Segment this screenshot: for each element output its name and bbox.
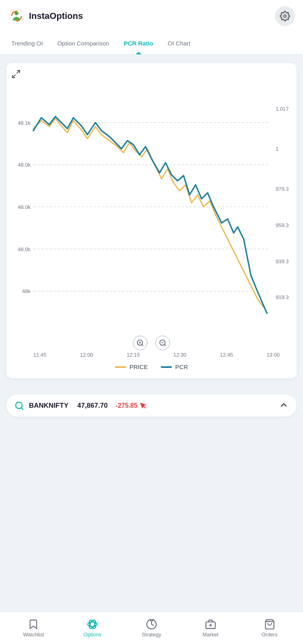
svg-line-31 (21, 407, 23, 409)
nav-item-market[interactable]: Market (181, 612, 240, 644)
x-label-1200: 12:00 (80, 352, 93, 358)
zoom-in-button[interactable] (133, 336, 147, 350)
expand-icon (11, 69, 21, 79)
x-label-1245: 12:45 (220, 352, 233, 358)
svg-line-6 (12, 75, 15, 78)
settings-icon (280, 11, 290, 21)
nav-item-strategy[interactable]: Strategy (122, 612, 181, 644)
ticker-price: 47,867.70 (77, 402, 108, 410)
ticker-change: -275.85 (116, 402, 147, 410)
options-icon (87, 619, 98, 630)
ticker-left: BANKNIFTY 47,867.70 -275.85 (14, 401, 147, 411)
nav-item-options[interactable]: Options (63, 612, 122, 644)
orders-icon (264, 619, 275, 630)
svg-text:48.0k: 48.0k (18, 162, 31, 168)
nav-options-label: Options (84, 632, 102, 638)
tab-trending-oi[interactable]: Trending OI (4, 32, 50, 55)
legend-pcr: PCR (161, 363, 188, 370)
logo-icon (8, 8, 25, 25)
logo-area: InstaOptions (8, 8, 83, 25)
x-label-1230: 12:30 (173, 352, 186, 358)
legend-price: PRICE (115, 363, 148, 370)
chart-wrapper: 48.1k 48.0k 48.0k 48.0k 48k 1.017 1 979.… (0, 55, 303, 386)
svg-line-24 (142, 345, 143, 346)
zoom-controls (11, 336, 292, 350)
x-label-1145: 11:45 (33, 352, 47, 358)
app-title: InstaOptions (29, 11, 83, 21)
chart-svg: 48.1k 48.0k 48.0k 48.0k 48k 1.017 1 979.… (11, 82, 292, 332)
nav-market-label: Market (203, 632, 219, 638)
ticker-search-icon (14, 401, 24, 411)
svg-text:48.0k: 48.0k (18, 204, 31, 210)
strategy-icon (146, 619, 157, 630)
ticker-bar[interactable]: BANKNIFTY 47,867.70 -275.85 (6, 394, 297, 417)
svg-text:979.3: 979.3 (276, 186, 289, 192)
x-axis: 11:45 12:00 12:15 12:30 12:45 13:00 (11, 352, 292, 358)
expand-button[interactable] (11, 69, 292, 79)
chart-area: 48.1k 48.0k 48.0k 48.0k 48k 1.017 1 979.… (11, 82, 292, 332)
zoom-out-icon (159, 339, 167, 347)
nav-item-orders[interactable]: Orders (240, 612, 299, 644)
chart-legend: PRICE PCR (11, 363, 292, 370)
nav-orders-label: Orders (262, 632, 278, 638)
svg-text:959.3: 959.3 (276, 222, 289, 228)
svg-text:48k: 48k (22, 288, 31, 294)
header: InstaOptions (0, 0, 303, 32)
zoom-in-icon (136, 339, 144, 347)
watchlist-icon (28, 619, 39, 630)
svg-text:48.1k: 48.1k (18, 120, 31, 126)
svg-line-5 (17, 70, 20, 73)
chevron-up-icon (279, 400, 289, 410)
svg-point-4 (284, 15, 287, 18)
legend-pcr-line (161, 366, 172, 368)
legend-price-line (115, 366, 126, 368)
svg-text:1: 1 (276, 146, 278, 152)
nav-tabs: Trending OI Option Comparison PCR Ratio … (0, 32, 303, 55)
nav-watchlist-label: Watchlist (23, 632, 44, 638)
nav-item-watchlist[interactable]: Watchlist (4, 612, 63, 644)
bottom-nav: Watchlist Options Strategy Market (0, 612, 303, 644)
svg-text:1.017: 1.017 (276, 106, 289, 112)
x-label-1300: 13:00 (266, 352, 280, 358)
market-icon (205, 619, 216, 630)
nav-strategy-label: Strategy (142, 632, 161, 638)
tab-option-comparison[interactable]: Option Comparison (50, 32, 117, 55)
svg-text:939.3: 939.3 (276, 258, 289, 264)
settings-button[interactable] (275, 6, 295, 26)
x-label-1215: 12:15 (127, 352, 140, 358)
tab-pcr-ratio[interactable]: PCR Ratio (117, 32, 160, 55)
ticker-expand-button[interactable] (279, 400, 289, 411)
zoom-out-button[interactable] (156, 336, 170, 350)
svg-line-28 (164, 345, 166, 346)
ticker-symbol: BANKNIFTY (29, 402, 68, 410)
ticker-down-arrow-icon (139, 402, 147, 410)
svg-text:48.0k: 48.0k (18, 246, 31, 252)
svg-text:919.3: 919.3 (276, 294, 289, 300)
chart-card: 48.1k 48.0k 48.0k 48.0k 48k 1.017 1 979.… (6, 63, 297, 378)
tab-oi-chart[interactable]: OI Chart (160, 32, 198, 55)
